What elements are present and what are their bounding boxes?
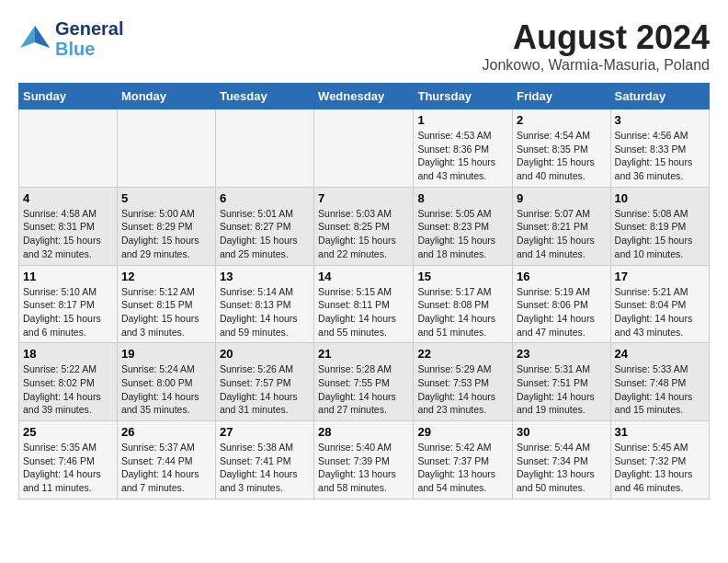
day-number: 8 (417, 191, 508, 205)
calendar-cell: 4Sunrise: 4:58 AMSunset: 8:31 PMDaylight… (19, 187, 118, 265)
calendar-cell: 22Sunrise: 5:29 AMSunset: 7:53 PMDayligh… (414, 343, 513, 421)
logo-text-blue: Blue (55, 39, 123, 59)
day-number: 9 (517, 191, 607, 205)
weekday-header-sunday: Sunday (19, 84, 118, 109)
calendar-cell: 23Sunrise: 5:31 AMSunset: 7:51 PMDayligh… (513, 343, 611, 421)
day-number: 1 (417, 113, 508, 127)
calendar-cell: 19Sunrise: 5:24 AMSunset: 8:00 PMDayligh… (117, 343, 215, 421)
day-number: 10 (615, 191, 705, 205)
day-info: Sunrise: 5:24 AMSunset: 8:00 PMDaylight:… (121, 362, 211, 417)
day-number: 11 (23, 270, 113, 283)
calendar-cell: 13Sunrise: 5:14 AMSunset: 8:13 PMDayligh… (215, 265, 313, 343)
calendar-cell: 21Sunrise: 5:28 AMSunset: 7:55 PMDayligh… (314, 343, 414, 421)
day-info: Sunrise: 5:29 AMSunset: 7:53 PMDaylight:… (417, 362, 508, 417)
weekday-header-wednesday: Wednesday (314, 84, 414, 109)
day-number: 19 (121, 347, 211, 361)
calendar-cell: 1Sunrise: 4:53 AMSunset: 8:36 PMDaylight… (414, 109, 513, 188)
day-info: Sunrise: 5:05 AMSunset: 8:23 PMDaylight:… (417, 207, 508, 261)
calendar-cell: 9Sunrise: 5:07 AMSunset: 8:21 PMDaylight… (513, 187, 611, 265)
day-info: Sunrise: 4:58 AMSunset: 8:31 PMDaylight:… (23, 207, 113, 261)
calendar-cell (117, 109, 215, 188)
page-header: General Blue August 2024 Jonkowo, Warmia… (18, 18, 710, 74)
calendar-cell: 27Sunrise: 5:38 AMSunset: 7:41 PMDayligh… (215, 421, 313, 500)
calendar-week-row: 11Sunrise: 5:10 AMSunset: 8:17 PMDayligh… (19, 265, 710, 343)
day-number: 16 (517, 270, 607, 283)
day-number: 7 (318, 191, 409, 205)
day-info: Sunrise: 5:31 AMSunset: 7:51 PMDaylight:… (517, 362, 607, 417)
day-info: Sunrise: 5:35 AMSunset: 7:46 PMDaylight:… (23, 441, 113, 495)
day-number: 24 (615, 347, 705, 361)
logo-text-general: General (55, 18, 123, 39)
day-number: 21 (318, 347, 409, 361)
weekday-header-row: SundayMondayTuesdayWednesdayThursdayFrid… (19, 84, 710, 109)
calendar-cell: 30Sunrise: 5:44 AMSunset: 7:34 PMDayligh… (513, 421, 611, 500)
calendar-week-row: 4Sunrise: 4:58 AMSunset: 8:31 PMDaylight… (19, 187, 710, 265)
day-info: Sunrise: 5:03 AMSunset: 8:25 PMDaylight:… (318, 207, 409, 261)
day-info: Sunrise: 5:44 AMSunset: 7:34 PMDaylight:… (517, 441, 607, 495)
day-info: Sunrise: 5:17 AMSunset: 8:08 PMDaylight:… (417, 285, 508, 339)
weekday-header-monday: Monday (117, 84, 215, 109)
day-info: Sunrise: 5:42 AMSunset: 7:37 PMDaylight:… (417, 441, 508, 495)
day-number: 5 (121, 191, 211, 205)
day-info: Sunrise: 5:14 AMSunset: 8:13 PMDaylight:… (220, 285, 310, 339)
day-number: 3 (615, 113, 705, 127)
day-info: Sunrise: 5:26 AMSunset: 7:57 PMDaylight:… (220, 362, 310, 417)
day-number: 6 (220, 191, 310, 205)
day-info: Sunrise: 5:12 AMSunset: 8:15 PMDaylight:… (121, 285, 211, 339)
day-number: 14 (318, 270, 409, 283)
day-info: Sunrise: 5:33 AMSunset: 7:48 PMDaylight:… (615, 362, 705, 417)
day-number: 26 (121, 425, 211, 439)
weekday-header-saturday: Saturday (610, 84, 709, 109)
calendar-cell: 12Sunrise: 5:12 AMSunset: 8:15 PMDayligh… (117, 265, 215, 343)
location-text: Jonkowo, Warmia-Masuria, Poland (483, 57, 711, 74)
calendar-cell (314, 109, 414, 188)
day-info: Sunrise: 4:56 AMSunset: 8:33 PMDaylight:… (615, 129, 705, 183)
day-info: Sunrise: 5:28 AMSunset: 7:55 PMDaylight:… (318, 362, 409, 417)
day-info: Sunrise: 5:22 AMSunset: 8:02 PMDaylight:… (23, 362, 113, 417)
calendar-cell: 2Sunrise: 4:54 AMSunset: 8:35 PMDaylight… (513, 109, 611, 188)
day-info: Sunrise: 4:53 AMSunset: 8:36 PMDaylight:… (417, 129, 508, 183)
day-number: 13 (220, 270, 310, 283)
month-title: August 2024 (483, 18, 711, 57)
logo-icon (18, 22, 51, 55)
title-area: August 2024 Jonkowo, Warmia-Masuria, Pol… (483, 18, 711, 74)
svg-marker-1 (35, 26, 50, 48)
calendar-cell: 15Sunrise: 5:17 AMSunset: 8:08 PMDayligh… (414, 265, 513, 343)
day-number: 29 (417, 425, 508, 439)
day-number: 17 (615, 270, 705, 283)
calendar-cell: 10Sunrise: 5:08 AMSunset: 8:19 PMDayligh… (610, 187, 709, 265)
calendar-week-row: 25Sunrise: 5:35 AMSunset: 7:46 PMDayligh… (19, 421, 710, 500)
day-number: 2 (517, 113, 607, 127)
day-number: 12 (121, 270, 211, 283)
day-info: Sunrise: 5:19 AMSunset: 8:06 PMDaylight:… (517, 285, 607, 339)
day-info: Sunrise: 5:07 AMSunset: 8:21 PMDaylight:… (517, 207, 607, 261)
calendar-cell: 17Sunrise: 5:21 AMSunset: 8:04 PMDayligh… (610, 265, 709, 343)
weekday-header-friday: Friday (513, 84, 611, 109)
calendar-cell: 14Sunrise: 5:15 AMSunset: 8:11 PMDayligh… (314, 265, 414, 343)
day-number: 30 (517, 425, 607, 439)
day-info: Sunrise: 5:08 AMSunset: 8:19 PMDaylight:… (615, 207, 705, 261)
calendar-cell: 7Sunrise: 5:03 AMSunset: 8:25 PMDaylight… (314, 187, 414, 265)
day-number: 25 (23, 425, 113, 439)
calendar-cell: 16Sunrise: 5:19 AMSunset: 8:06 PMDayligh… (513, 265, 611, 343)
day-info: Sunrise: 5:01 AMSunset: 8:27 PMDaylight:… (220, 207, 310, 261)
calendar-cell: 8Sunrise: 5:05 AMSunset: 8:23 PMDaylight… (414, 187, 513, 265)
calendar-cell: 26Sunrise: 5:37 AMSunset: 7:44 PMDayligh… (117, 421, 215, 500)
calendar-cell: 6Sunrise: 5:01 AMSunset: 8:27 PMDaylight… (215, 187, 313, 265)
calendar-cell: 29Sunrise: 5:42 AMSunset: 7:37 PMDayligh… (414, 421, 513, 500)
day-info: Sunrise: 4:54 AMSunset: 8:35 PMDaylight:… (517, 129, 607, 183)
weekday-header-thursday: Thursday (414, 84, 513, 109)
calendar-cell: 28Sunrise: 5:40 AMSunset: 7:39 PMDayligh… (314, 421, 414, 500)
day-number: 23 (517, 347, 607, 361)
day-number: 31 (615, 425, 705, 439)
weekday-header-tuesday: Tuesday (215, 84, 313, 109)
day-info: Sunrise: 5:10 AMSunset: 8:17 PMDaylight:… (23, 285, 113, 339)
calendar-cell: 5Sunrise: 5:00 AMSunset: 8:29 PMDaylight… (117, 187, 215, 265)
day-info: Sunrise: 5:21 AMSunset: 8:04 PMDaylight:… (615, 285, 705, 339)
calendar-cell: 20Sunrise: 5:26 AMSunset: 7:57 PMDayligh… (215, 343, 313, 421)
day-number: 15 (417, 270, 508, 283)
calendar-cell: 25Sunrise: 5:35 AMSunset: 7:46 PMDayligh… (19, 421, 118, 500)
calendar-cell: 11Sunrise: 5:10 AMSunset: 8:17 PMDayligh… (19, 265, 118, 343)
calendar-cell: 31Sunrise: 5:45 AMSunset: 7:32 PMDayligh… (610, 421, 709, 500)
day-info: Sunrise: 5:37 AMSunset: 7:44 PMDaylight:… (121, 441, 211, 495)
